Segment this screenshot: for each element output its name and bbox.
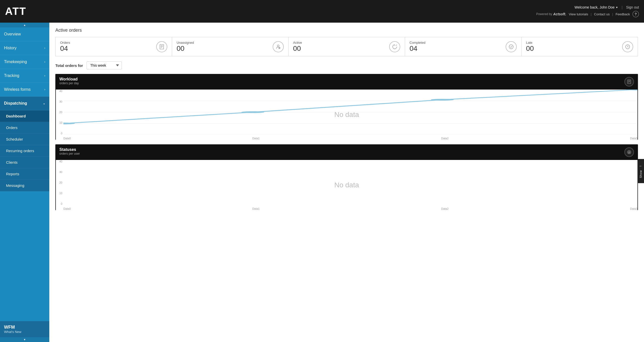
wfm-title: WFM [4, 325, 45, 330]
total-orders-label: Total orders for [55, 63, 83, 68]
workload-line-svg [63, 90, 637, 135]
late-icon [622, 41, 633, 52]
header-right: Welcome back, John Doe ▼ | Sign out Powe… [536, 5, 639, 17]
stat-unassigned[interactable]: Unassigned 00 [172, 37, 289, 56]
sidebar: ▲ Overview History › Timekeeping › Track… [0, 23, 49, 342]
sidebar-footer[interactable]: WFM What's New [0, 321, 49, 337]
header-top-row: Welcome back, John Doe ▼ | Sign out [575, 5, 639, 9]
total-orders-select[interactable]: This week Today This month Last week [87, 61, 122, 69]
stat-active[interactable]: Active 00 [289, 37, 405, 56]
sidebar-subitem-clients[interactable]: Clients [0, 157, 49, 168]
statuses-chart-subtitle: orders per user [59, 152, 80, 155]
statuses-chart-body: 40 30 20 10 0 [56, 160, 637, 210]
chevron-down-icon: ⌄ [43, 102, 45, 105]
sidebar-item-label: History [4, 46, 17, 50]
stat-completed-label: Completed [410, 41, 425, 45]
chevron-right-icon: › [44, 88, 45, 91]
stat-completed[interactable]: Completed 04 [405, 37, 521, 56]
sidebar-subitem-reports[interactable]: Reports [0, 168, 49, 180]
app-logo: ATT [5, 5, 26, 17]
sidebar-item-dispatching[interactable]: Dispatching ⌄ [0, 97, 49, 110]
whats-new-label: What's New [4, 330, 45, 334]
app-body: ▲ Overview History › Timekeeping › Track… [0, 23, 644, 342]
svg-rect-0 [160, 44, 164, 49]
app-header: ATT Welcome back, John Doe ▼ | Sign out … [0, 0, 644, 23]
header-bottom-row: Powered by Actsoft. View tutorials | Con… [536, 11, 639, 17]
signout-link[interactable]: Sign out [626, 5, 639, 9]
sidebar-item-label: Overview [4, 32, 21, 36]
stat-unassigned-value: 00 [177, 45, 194, 53]
statuses-y-axis: 40 30 20 10 0 [56, 160, 63, 205]
workload-chart-subtitle: orders per day [59, 81, 79, 85]
sidebar-subitem-recurring-orders[interactable]: Recurring orders [0, 145, 49, 157]
stat-late-label: Late [526, 41, 534, 45]
statuses-bars [63, 160, 637, 205]
powered-by-label: Powered by Actsoft. [536, 12, 566, 16]
stat-orders-value: 04 [60, 45, 70, 53]
sidebar-subitem-orders[interactable]: Orders [0, 122, 49, 134]
sidebar-item-wireless-forms[interactable]: Wireless forms › [0, 83, 49, 97]
sidebar-item-label: Timekeeping [4, 60, 27, 64]
svg-point-4 [277, 45, 279, 47]
svg-line-10 [628, 47, 628, 47]
statuses-chart-header: Statuses orders per user [55, 144, 638, 160]
sidebar-subitem-scheduler[interactable]: Scheduler [0, 134, 49, 145]
workload-x-axis: Data0 Data1 Data2 Data3 [63, 137, 637, 140]
svg-line-6 [279, 48, 280, 48]
sidebar-item-history[interactable]: History › [0, 41, 49, 55]
total-orders-row: Total orders for This week Today This mo… [55, 61, 638, 69]
stat-orders-label: Orders [60, 41, 70, 45]
orders-icon [156, 41, 167, 52]
sidebar-item-label: Tracking [4, 73, 19, 78]
workload-chart-header: Workload orders per day [55, 74, 638, 90]
workload-y-axis: 40 30 20 10 0 [56, 90, 63, 135]
page-title: Active orders [55, 28, 638, 33]
svg-rect-11 [628, 80, 631, 84]
user-chevron-icon: ▼ [616, 6, 618, 9]
dispatching-submenu: Dashboard Orders Scheduler Recurring ord… [0, 110, 49, 191]
tutorials-link[interactable]: View tutorials [569, 12, 588, 16]
actsoft-logo: Actsoft. [553, 12, 566, 16]
help-button[interactable]: ? [632, 11, 639, 17]
svg-point-7 [509, 45, 513, 49]
sidebar-item-timekeeping[interactable]: Timekeeping › [0, 55, 49, 69]
chevron-right-icon: › [44, 74, 45, 77]
active-icon [389, 41, 400, 52]
stat-unassigned-label: Unassigned [177, 41, 194, 45]
sidebar-item-label: Dispatching [4, 101, 27, 106]
sidebar-scroll-down[interactable]: ▼ [0, 337, 49, 342]
stat-late-value: 00 [526, 45, 534, 53]
workload-chart-body: 40 30 20 10 0 [56, 90, 637, 140]
statuses-x-axis: Data0 Data1 Data2 Data3 [63, 207, 637, 210]
sidebar-subitem-dashboard[interactable]: Dashboard [0, 110, 49, 122]
sidebar-item-overview[interactable]: Overview [0, 27, 49, 41]
stat-completed-value: 04 [410, 45, 425, 53]
chevron-right-icon: › [44, 60, 45, 64]
svg-point-22 [431, 99, 454, 101]
stat-active-label: Active [293, 41, 302, 45]
statuses-chart-icon[interactable] [624, 147, 634, 157]
feedback-link[interactable]: Feedback [616, 12, 630, 16]
workload-chart-container: Workload orders per day 40 30 [55, 74, 638, 140]
stat-active-value: 00 [293, 45, 302, 53]
statuses-chart-container: Statuses orders per user 40 30 20 10 0 [55, 144, 638, 210]
stat-late[interactable]: Late 00 [521, 37, 638, 56]
sidebar-item-label: Wireless forms [4, 87, 31, 92]
main-content: Active orders Orders 04 [49, 23, 644, 342]
stats-bar: Orders 04 Unassigned 00 [55, 37, 638, 56]
user-menu[interactable]: Welcome back, John Doe ▼ [575, 5, 618, 9]
show-panel[interactable]: ← Show [637, 159, 644, 183]
statuses-chart-title: Statuses [59, 147, 80, 152]
sidebar-item-tracking[interactable]: Tracking › [0, 69, 49, 83]
workload-chart-icon[interactable] [624, 77, 634, 87]
svg-point-21 [241, 111, 264, 113]
user-greeting: Welcome back, John Doe [575, 5, 615, 9]
show-panel-arrow-icon: ← [639, 164, 642, 168]
sidebar-subitem-messaging[interactable]: Messaging [0, 180, 49, 191]
stat-orders[interactable]: Orders 04 [56, 37, 172, 56]
unassigned-icon [273, 41, 284, 52]
contact-link[interactable]: Contact us [594, 12, 610, 16]
sidebar-scroll-up[interactable]: ▲ [0, 23, 49, 27]
show-panel-label: Show [639, 170, 642, 178]
workload-chart-title: Workload [59, 77, 79, 81]
